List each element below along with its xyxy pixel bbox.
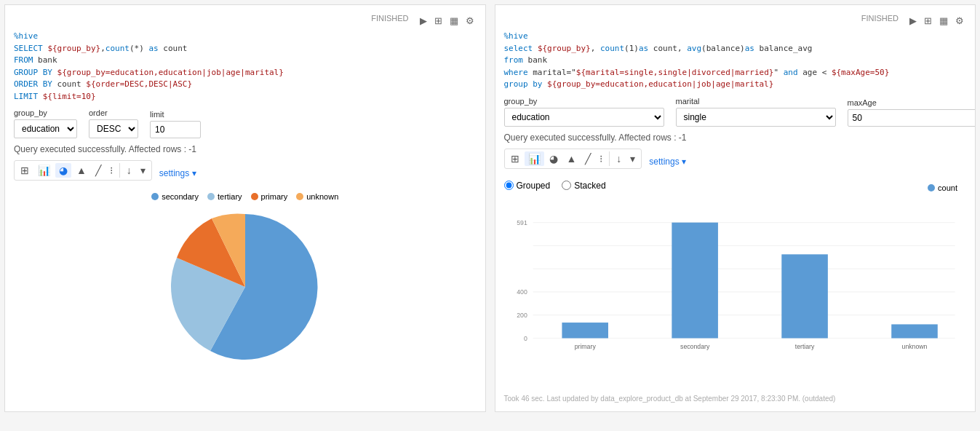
left-limit-control: limit [150,110,201,138]
right-tb-divider [609,151,610,166]
right-marital-select[interactable]: single divorced married [676,108,836,127]
grouped-label: Grouped [517,181,551,191]
left-tb-table[interactable]: ⊞ [17,163,33,178]
right-maxage-control: maxAge [848,98,976,127]
left-code-header: FINISHED ▶ ⊞ ▦ ⚙ [14,14,477,28]
left-code: %hive SELECT ${group_by},count(*) as cou… [14,31,477,103]
right-groupby-select[interactable]: education job age marital [504,108,664,127]
bar-tertiary [781,254,828,338]
left-tb-pie[interactable]: ◕ [55,163,71,178]
right-panel: FINISHED ▶ ⊞ ▦ ⚙ %hive select ${group_by… [495,4,976,412]
left-groupby-label: group_by [14,108,77,117]
legend-dot-tertiary [207,193,215,200]
right-code-header: FINISHED ▶ ⊞ ▦ ⚙ [504,14,967,28]
bar-chart-svg: 0 200 400 591 primary secondary tertiary… [504,198,967,380]
right-status: FINISHED [861,14,899,28]
left-legend: secondary tertiary primary unknown [151,192,338,201]
right-maxage-label: maxAge [848,98,976,107]
right-toolbar-row: ⊞ 📊 ◕ ▲ ╱ ⁝ ↓ ▾ settings ▾ [504,149,967,175]
bar-legend-label: count [938,183,957,192]
legend-label-secondary: secondary [162,192,199,201]
right-success-msg: Query executed successfully. Affected ro… [504,133,967,143]
right-tb-table[interactable]: ⊞ [507,151,523,166]
svg-text:400: 400 [517,288,527,296]
legend-dot-unknown [296,193,303,200]
right-settings-btn[interactable]: ⚙ [953,14,966,28]
right-tb-scatter[interactable]: ⁝ [596,151,606,166]
right-marital-control: marital single divorced married [676,97,836,127]
left-order-label: order [89,108,138,117]
left-settings-link[interactable]: settings ▾ [159,168,196,178]
left-success-msg: Query executed successfully. Affected ro… [14,144,477,154]
right-code: %hive select ${group_by}, count(1)as cou… [504,31,967,91]
left-controls: group_by education job age marital order… [14,108,477,138]
left-table-btn[interactable]: ▦ [447,14,461,28]
left-tb-scatter[interactable]: ⁝ [106,163,116,178]
legend-primary: primary [251,192,288,201]
legend-tertiary: tertiary [207,192,242,201]
left-panel: FINISHED ▶ ⊞ ▦ ⚙ %hive SELECT ${group_by… [4,4,486,412]
bar-unknown [891,324,938,338]
legend-secondary: secondary [151,192,199,201]
right-tb-line[interactable]: ╱ [581,151,594,166]
left-layout-btn[interactable]: ⊞ [432,14,445,28]
left-tb-line[interactable]: ╱ [92,163,105,178]
left-settings-btn[interactable]: ⚙ [463,14,477,28]
legend-label-tertiary: tertiary [218,192,242,201]
left-groupby-select[interactable]: education job age marital [14,119,77,138]
left-tb-area[interactable]: ▲ [73,163,90,178]
svg-text:primary: primary [574,342,596,349]
legend-dot-primary [251,193,258,200]
grouped-radio[interactable] [504,181,514,190]
right-maxage-input[interactable] [848,109,976,127]
stacked-radio[interactable] [562,181,571,190]
pie-chart [165,207,325,367]
left-tb-divider [119,163,120,178]
right-tb-area[interactable]: ▲ [563,151,581,166]
bar-chart: 0 200 400 591 primary secondary tertiary… [504,198,967,387]
svg-text:secondary: secondary [680,342,710,349]
left-tb-more[interactable]: ▾ [137,163,149,178]
bar-secondary [672,222,718,338]
legend-dot-secondary [151,193,159,200]
left-order-select[interactable]: DESC ASC [89,119,138,138]
left-status: FINISHED [371,14,408,28]
left-limit-label: limit [150,110,201,119]
legend-unknown: unknown [296,192,338,201]
left-order-control: order DESC ASC [89,108,138,138]
right-marital-label: marital [676,97,836,106]
svg-text:0: 0 [523,334,527,341]
right-groupby-control: group_by education job age marital [504,97,664,127]
svg-text:200: 200 [517,311,527,318]
bar-legend-dot [928,184,935,191]
svg-text:591: 591 [517,218,527,226]
stacked-option[interactable]: Stacked [562,181,605,191]
left-toolbar-buttons: ⊞ 📊 ◕ ▲ ╱ ⁝ ↓ ▾ [14,160,152,181]
left-tb-bar[interactable]: 📊 [34,163,54,178]
grouped-stacked-row: Grouped Stacked [504,181,606,191]
bar-legend-count: count [928,183,957,192]
right-controls: group_by education job age marital marit… [504,97,967,127]
right-table-btn[interactable]: ▦ [937,14,950,28]
legend-label-unknown: unknown [306,192,338,201]
right-settings-link[interactable]: settings ▾ [649,157,686,167]
right-tb-bar[interactable]: 📊 [525,151,544,166]
left-toolbar: ⊞ 📊 ◕ ▲ ╱ ⁝ ↓ ▾ settings ▾ [14,160,477,186]
right-layout-btn[interactable]: ⊞ [922,14,934,28]
stacked-label: Stacked [574,181,605,191]
right-groupby-label: group_by [504,97,664,106]
footer-note: Took 46 sec. Last updated by data_explor… [504,395,967,403]
bar-primary [562,323,608,338]
right-tb-pie[interactable]: ◕ [546,151,562,166]
right-run-btn[interactable]: ▶ [907,14,919,28]
left-limit-input[interactable] [150,121,201,138]
left-chart-area: secondary tertiary primary unknown [14,192,477,367]
grouped-option[interactable]: Grouped [504,181,551,191]
left-groupby-control: group_by education job age marital [14,108,77,138]
svg-text:tertiary: tertiary [794,342,814,349]
right-tb-download[interactable]: ↓ [613,151,625,166]
right-tb-more[interactable]: ▾ [626,151,639,166]
left-run-btn[interactable]: ▶ [418,14,429,28]
right-toolbar-buttons: ⊞ 📊 ◕ ▲ ╱ ⁝ ↓ ▾ [504,149,642,169]
left-tb-download[interactable]: ↓ [123,163,135,178]
